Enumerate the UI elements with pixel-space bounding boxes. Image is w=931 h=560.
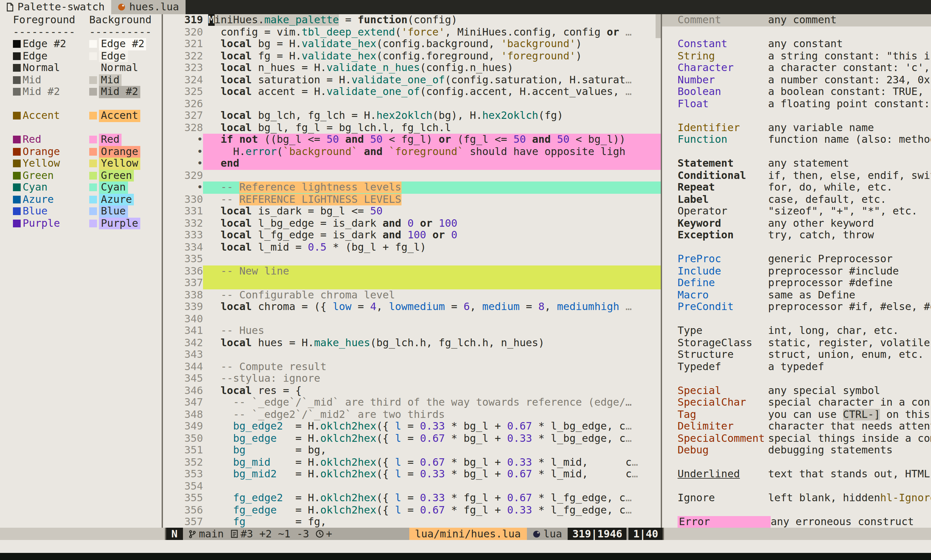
- palette-row[interactable]: MidMid: [0, 74, 162, 86]
- code-line[interactable]: 353 bg_mid2 = H.oklch2hex({ l = 0.33 * b…: [163, 468, 661, 480]
- code-line[interactable]: 343: [163, 349, 661, 361]
- syntax-blank-row[interactable]: [662, 373, 931, 385]
- code-line[interactable]: 330 -- REFERENCE LIGHTNESS LEVELS: [163, 194, 661, 205]
- palette-blank-row[interactable]: [0, 122, 162, 134]
- code-line[interactable]: 333 local l_fg_edge = is_dark and 100 or…: [163, 229, 661, 241]
- help-tag[interactable]: hl-Ignore: [880, 492, 931, 504]
- palette-row[interactable]: CyanCyan: [0, 182, 162, 194]
- code-line[interactable]: 344 -- Compute result: [163, 361, 661, 373]
- syntax-group-row[interactable]: Typeint, long, char, etc.: [662, 325, 931, 337]
- palette-row[interactable]: OrangeOrange: [0, 146, 162, 158]
- code-line[interactable]: 349 bg_edge2 = H.oklch2hex({ l = 0.33 * …: [163, 420, 661, 432]
- code-line[interactable]: 354: [163, 480, 661, 492]
- code-line[interactable]: 329: [163, 169, 661, 182]
- code-line[interactable]: 341 -- Hues: [163, 325, 661, 337]
- syntax-group-row[interactable]: Statementany statement: [662, 158, 931, 169]
- palette-row[interactable]: RedRed: [0, 134, 162, 146]
- code-line[interactable]: 350 bg_edge = H.oklch2hex({ l = 0.67 * b…: [163, 432, 661, 445]
- syntax-group-row[interactable]: Stringa string constant: "this is a: [662, 50, 931, 62]
- syntax-group-row[interactable]: PreProcgeneric Preprocessor: [662, 253, 931, 265]
- syntax-group-row[interactable]: Delimitercharacter that needs attention: [662, 420, 931, 432]
- palette-row[interactable]: NormalNormal: [0, 62, 162, 74]
- code-line[interactable]: 338 -- Configurable chroma level: [163, 289, 661, 301]
- syntax-group-row[interactable]: Specialany special symbol: [662, 385, 931, 397]
- palette-row[interactable]: PurplePurple: [0, 217, 162, 229]
- syntax-group-row[interactable]: Functionfunction name (also: methods f: [662, 134, 931, 146]
- code-line[interactable]: 331 local is_dark = bg_l <= 50: [163, 205, 661, 217]
- syntax-group-row[interactable]: Typedefa typedef: [662, 361, 931, 373]
- code-line[interactable]: 345 --stylua: ignore: [163, 373, 661, 385]
- code-line[interactable]: 319MiniHues.make_palette = function(conf…: [163, 14, 661, 26]
- palette-window[interactable]: Foreground Background ---------- -------…: [0, 14, 162, 528]
- syntax-window[interactable]: Commentany commentConstantany constantSt…: [662, 14, 931, 528]
- code-line[interactable]: 334 local l_mid = 0.5 * (bg_l + fg_l): [163, 241, 661, 253]
- code-line[interactable]: 335: [163, 253, 661, 265]
- syntax-group-row[interactable]: Exceptiontry, catch, throw: [662, 229, 931, 241]
- palette-row[interactable]: Edge #2Edge #2: [0, 38, 162, 50]
- syntax-blank-row[interactable]: [662, 146, 931, 158]
- code-line[interactable]: 327 local bg_lch, fg_lch = H.hex2oklch(b…: [163, 110, 661, 122]
- code-line[interactable]: 346 local res = {: [163, 385, 661, 397]
- code-line[interactable]: 356 fg_edge = H.oklch2hex({ l = 0.67 * f…: [163, 504, 661, 516]
- syntax-group-row[interactable]: Floata floating point constant: 2.3: [662, 98, 931, 110]
- syntax-blank-row[interactable]: [662, 456, 931, 468]
- syntax-group-row[interactable]: StorageClassstatic, register, volatile, …: [662, 337, 931, 349]
- syntax-group-row[interactable]: Errorany erroneous construct: [662, 516, 931, 528]
- code-line[interactable]: • end: [163, 158, 661, 169]
- tab-palette-swatch[interactable]: Palette-swatch: [0, 0, 111, 14]
- palette-row[interactable]: EdgeEdge: [0, 50, 162, 62]
- syntax-group-row[interactable]: SpecialCharspecial character in a consta…: [662, 397, 931, 409]
- code-line[interactable]: 347 -- `_edge`/`_mid` are third of the w…: [163, 397, 661, 409]
- syntax-group-row[interactable]: Operator"sizeof", "+", "*", etc.: [662, 205, 931, 217]
- syntax-group-row[interactable]: Underlinedtext that stands out, HTML lin: [662, 468, 931, 480]
- syntax-group-row[interactable]: Conditionalif, then, else, endif, switch…: [662, 169, 931, 182]
- syntax-blank-row[interactable]: [662, 110, 931, 122]
- code-line[interactable]: 322 local fg = H.validate_hex(config.for…: [163, 50, 661, 62]
- code-line[interactable]: 337: [163, 277, 661, 289]
- syntax-blank-row[interactable]: [662, 480, 931, 492]
- command-line[interactable]: :color minisummer: [0, 540, 931, 553]
- syntax-group-row[interactable]: Identifierany variable name: [662, 122, 931, 134]
- code-line[interactable]: 352 bg_mid = H.oklch2hex({ l = 0.67 * bg…: [163, 456, 661, 468]
- code-line[interactable]: 351 bg = bg,: [163, 445, 661, 456]
- syntax-group-row[interactable]: Charactera character constant: 'c', '\n: [662, 62, 931, 74]
- syntax-blank-row[interactable]: [662, 26, 931, 38]
- code-line[interactable]: 340: [163, 313, 661, 325]
- code-line[interactable]: 342 local hues = H.make_hues(bg_lch.h, f…: [163, 337, 661, 349]
- code-window[interactable]: 319MiniHues.make_palette = function(conf…: [163, 14, 661, 528]
- code-line[interactable]: • if not ((bg_l <= 50 and 50 < fg_l) or …: [163, 134, 661, 146]
- code-line[interactable]: 328 local bg_l, fg_l = bg_lch.l, fg_lch.…: [163, 122, 661, 134]
- code-line[interactable]: 355 fg_edge2 = H.oklch2hex({ l = 0.33 * …: [163, 492, 661, 504]
- tag-link[interactable]: CTRL-]: [843, 409, 880, 420]
- syntax-group-row[interactable]: Labelcase, default, etc.: [662, 194, 931, 205]
- code-line[interactable]: 336 -- New line: [163, 265, 661, 277]
- scrollbar-thumb[interactable]: [656, 14, 661, 38]
- code-line[interactable]: 357 fg = fg,: [163, 516, 661, 528]
- syntax-group-row[interactable]: Repeatfor, do, while, etc.: [662, 182, 931, 194]
- syntax-group-row[interactable]: Ignoreleft blank, hiddenhl-Ignore: [662, 492, 931, 504]
- syntax-group-row[interactable]: Constantany constant: [662, 38, 931, 50]
- syntax-blank-row[interactable]: [662, 241, 931, 253]
- syntax-group-row[interactable]: SpecialCommentspecial things inside a co…: [662, 432, 931, 445]
- syntax-group-row[interactable]: Includepreprocessor #include: [662, 265, 931, 277]
- code-line[interactable]: 321 local bg = H.validate_hex(config.bac…: [163, 38, 661, 50]
- palette-row[interactable]: BlueBlue: [0, 205, 162, 217]
- palette-row[interactable]: AccentAccent: [0, 110, 162, 122]
- tab-hues-lua[interactable]: hues.lua: [111, 0, 185, 14]
- code-line[interactable]: • H.error(`background` and `foreground` …: [163, 146, 661, 158]
- syntax-group-row[interactable]: Definepreprocessor #define: [662, 277, 931, 289]
- syntax-group-row[interactable]: Commentany comment: [662, 14, 931, 26]
- syntax-group-row[interactable]: Keywordany other keyword: [662, 217, 931, 229]
- code-line[interactable]: 324 local saturation = H.validate_one_of…: [163, 74, 661, 86]
- code-line[interactable]: 325 local accent = H.validate_one_of(con…: [163, 86, 661, 98]
- syntax-group-row[interactable]: Numbera number constant: 234, 0xff: [662, 74, 931, 86]
- syntax-blank-row[interactable]: [662, 504, 931, 516]
- palette-blank-row[interactable]: [0, 98, 162, 110]
- syntax-blank-row[interactable]: [662, 313, 931, 325]
- code-line[interactable]: 339 local chroma = ({ low = 4, lowmedium…: [163, 301, 661, 313]
- palette-row[interactable]: Mid #2Mid #2: [0, 86, 162, 98]
- code-line[interactable]: 332 local l_bg_edge = is_dark and 0 or 1…: [163, 217, 661, 229]
- code-line[interactable]: • -- Reference lightness levels: [163, 182, 661, 194]
- palette-row[interactable]: YellowYellow: [0, 158, 162, 169]
- syntax-group-row[interactable]: PreConditpreprocessor #if, #else, #endi: [662, 301, 931, 313]
